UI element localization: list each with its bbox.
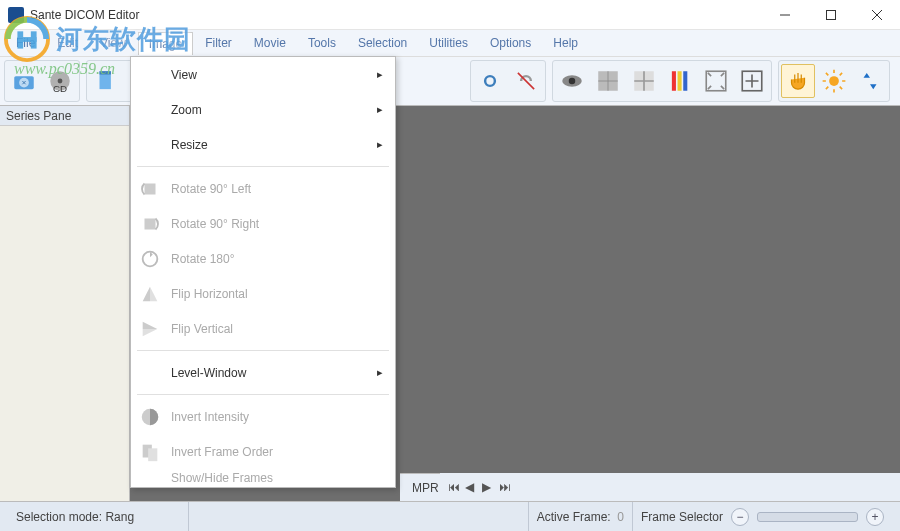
grid-button[interactable] (591, 64, 625, 98)
menu-view[interactable]: View (90, 32, 136, 54)
menu-edit[interactable]: Edit (47, 32, 88, 54)
dd-separator (137, 394, 389, 395)
window-title: Sante DICOM Editor (30, 8, 762, 22)
svg-rect-18 (683, 71, 687, 91)
expand-button[interactable] (735, 64, 769, 98)
invert-icon (137, 404, 163, 430)
prev-frame-button[interactable]: ◀ (465, 480, 479, 494)
svg-rect-31 (148, 448, 157, 461)
dd-separator (137, 166, 389, 167)
svg-text:CD: CD (53, 83, 67, 94)
link-button[interactable] (473, 64, 507, 98)
unlink-button[interactable] (509, 64, 543, 98)
menu-movie[interactable]: Movie (244, 32, 296, 54)
file-button[interactable] (89, 64, 123, 98)
dd-separator (137, 350, 389, 351)
menu-file[interactable]: File (6, 32, 45, 54)
last-frame-button[interactable]: ⏭ (499, 480, 513, 494)
series-pane-title: Series Pane (0, 106, 129, 126)
dd-flip-h[interactable]: Flip Horizontal (131, 276, 395, 311)
frame-plus-button[interactable]: + (866, 508, 884, 526)
svg-rect-17 (678, 71, 682, 91)
menu-tools[interactable]: Tools (298, 32, 346, 54)
svg-rect-16 (672, 71, 676, 91)
frame-order-icon (137, 439, 163, 465)
dd-view[interactable]: View (131, 57, 395, 92)
svg-rect-26 (145, 183, 156, 194)
pan-button[interactable] (781, 64, 815, 98)
flip-v-icon (137, 316, 163, 342)
series-pane: Series Pane (0, 106, 130, 501)
menu-filter[interactable]: Filter (195, 32, 242, 54)
svg-rect-11 (100, 71, 111, 74)
menu-selection[interactable]: Selection (348, 32, 417, 54)
menu-help[interactable]: Help (543, 32, 588, 54)
swap-button[interactable] (853, 64, 887, 98)
dd-rotate-right[interactable]: Rotate 90° Right (131, 206, 395, 241)
dd-resize[interactable]: Resize (131, 127, 395, 162)
flip-h-icon (137, 281, 163, 307)
tab-mpr-label: MPR (412, 481, 439, 495)
open-disc-button[interactable]: CD (43, 64, 77, 98)
frame-slider[interactable] (757, 512, 858, 522)
menu-options[interactable]: Options (480, 32, 541, 54)
menubar: File Edit View Image Filter Movie Tools … (0, 30, 900, 56)
menu-utilities[interactable]: Utilities (419, 32, 478, 54)
brightness-button[interactable] (817, 64, 851, 98)
cross-button[interactable] (627, 64, 661, 98)
titlebar: Sante DICOM Editor (0, 0, 900, 30)
dd-show-hide-frames[interactable]: Show/Hide Frames (131, 469, 395, 487)
color-button[interactable] (663, 64, 697, 98)
dd-zoom[interactable]: Zoom (131, 92, 395, 127)
svg-rect-27 (145, 218, 156, 229)
statusbar: Selection mode: Rang Active Frame: 0 Fra… (0, 501, 900, 531)
dd-rotate-180[interactable]: Rotate 180° (131, 241, 395, 276)
minimize-button[interactable] (762, 0, 808, 30)
image-menu-dropdown: View Zoom Resize Rotate 90° Left Rotate … (130, 56, 396, 488)
open-folder-button[interactable] (7, 64, 41, 98)
dd-invert-intensity[interactable]: Invert Intensity (131, 399, 395, 434)
close-button[interactable] (854, 0, 900, 30)
svg-point-21 (829, 76, 839, 86)
selection-mode-label: Selection mode: Rang (8, 502, 188, 531)
next-frame-button[interactable]: ▶ (482, 480, 496, 494)
active-frame-value: 0 (617, 510, 624, 524)
active-frame-label: Active Frame: 0 (528, 502, 632, 531)
rotate-180-icon (137, 246, 163, 272)
tab-mpr[interactable]: MPR (406, 479, 445, 497)
first-frame-button[interactable]: ⏮ (448, 480, 462, 494)
eye-button[interactable] (555, 64, 589, 98)
fit-button[interactable] (699, 64, 733, 98)
svg-rect-4 (827, 10, 836, 19)
svg-point-13 (569, 78, 576, 85)
frame-selector-label: Frame Selector (641, 510, 723, 524)
rotate-left-icon (137, 176, 163, 202)
menu-image[interactable]: Image (138, 32, 193, 55)
dd-level-window[interactable]: Level-Window (131, 355, 395, 390)
maximize-button[interactable] (808, 0, 854, 30)
frame-minus-button[interactable]: − (731, 508, 749, 526)
dd-invert-frame-order[interactable]: Invert Frame Order (131, 434, 395, 469)
app-icon (8, 7, 24, 23)
frame-nav: ⏮ ◀ ▶ ⏭ (440, 473, 900, 501)
series-pane-body[interactable] (0, 126, 129, 501)
dd-flip-v[interactable]: Flip Vertical (131, 311, 395, 346)
rotate-right-icon (137, 211, 163, 237)
dd-rotate-left[interactable]: Rotate 90° Left (131, 171, 395, 206)
